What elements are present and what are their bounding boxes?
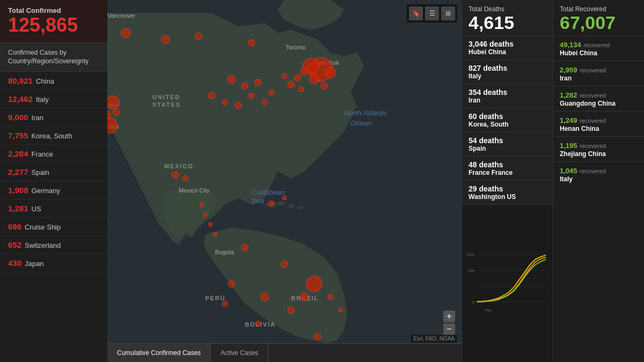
death-item: 827 deathsItaly (462, 60, 553, 84)
deaths-list: 3,046 deathsHubei China827 deathsItaly35… (462, 35, 553, 204)
svg-point-24 (262, 100, 267, 105)
country-item[interactable]: 7,755Korea, South (0, 127, 107, 145)
country-count: 1,281 (8, 204, 28, 213)
country-item[interactable]: 652Switzerland (0, 236, 107, 254)
svg-point-42 (288, 307, 294, 313)
svg-point-40 (301, 293, 309, 301)
mexico-map-label: MÉXICO (164, 163, 194, 169)
tab-active[interactable]: Active Cases (211, 344, 268, 362)
svg-point-35 (268, 201, 274, 206)
death-item: 3,046 deathsHubei China (462, 35, 553, 60)
svg-point-52 (213, 232, 217, 236)
country-item[interactable]: 696Cruise Ship (0, 218, 107, 236)
country-name: Iran (32, 114, 43, 122)
recovered-item: 1,045 recoveredItaly (553, 161, 644, 187)
zoom-out-button[interactable]: − (443, 323, 455, 335)
recovered-list: 49,134 recoveredHubei China2,959 recover… (553, 35, 644, 187)
death-item: 60 deathsKorea, South (462, 108, 553, 132)
death-count: 827 deaths (469, 64, 546, 72)
svg-point-41 (261, 293, 269, 301)
country-item[interactable]: 430Japan (0, 254, 107, 272)
svg-point-5 (298, 206, 304, 209)
country-count: 80,921 (8, 76, 33, 85)
tab-cumulative[interactable]: Cumulative Confirmed Cases (107, 344, 211, 362)
svg-text:50k: 50k (469, 269, 475, 272)
country-name: Italy (36, 95, 49, 104)
country-count: 696 (8, 222, 21, 231)
svg-point-48 (339, 308, 342, 312)
country-name: Japan (25, 260, 43, 268)
death-location: Hubei China (469, 48, 546, 56)
country-item[interactable]: 80,921China (0, 72, 107, 90)
recovered-item: 49,134 recoveredHubei China (553, 35, 644, 61)
country-name: Switzerland (25, 241, 61, 249)
svg-point-23 (249, 93, 254, 99)
death-item: 54 deathsSpain (462, 132, 553, 156)
country-name: France (32, 150, 53, 158)
country-item[interactable]: 2,284France (0, 145, 107, 163)
svg-point-22 (235, 102, 241, 109)
map-area[interactable]: North Atlantic Ocean Caribbean Sea UNITE… (107, 0, 462, 362)
death-location: Spain (469, 145, 546, 152)
svg-point-4 (288, 204, 294, 208)
country-name: Spain (32, 168, 49, 176)
country-list[interactable]: 80,921China12,462Italy9,000Iran7,755Kore… (0, 72, 107, 362)
country-name: Germany (32, 187, 60, 195)
svg-point-12 (298, 86, 304, 92)
list-icon[interactable]: ☰ (425, 6, 439, 20)
death-count: 48 deaths (469, 160, 546, 169)
total-confirmed-label: Total Confirmed (8, 6, 99, 14)
svg-point-13 (310, 75, 319, 84)
country-item[interactable]: 1,908Germany (0, 181, 107, 200)
zoom-in-button[interactable]: + (443, 311, 455, 322)
death-count: 3,046 deaths (469, 40, 546, 48)
recovered-count: 1,282 (560, 91, 577, 99)
svg-point-19 (268, 90, 274, 95)
recovered-count: 1,249 (560, 116, 577, 124)
svg-point-15 (282, 73, 287, 79)
grid-icon[interactable]: ⊞ (441, 6, 455, 20)
deaths-panel: Total Deaths 4,615 3,046 deathsHubei Chi… (462, 0, 553, 362)
svg-point-39 (306, 276, 323, 292)
deaths-header: Total Deaths 4,615 (462, 0, 553, 35)
total-confirmed-box: Total Confirmed 125,865 (0, 0, 107, 43)
svg-point-28 (113, 109, 119, 115)
map-tabs: Cumulative Confirmed Cases Active Cases (107, 343, 462, 362)
svg-point-51 (208, 223, 212, 226)
recovered-location: Zhejiang China (560, 150, 638, 158)
country-item[interactable]: 12,462Italy (0, 90, 107, 108)
death-location: Italy (469, 72, 546, 80)
svg-point-11 (288, 81, 294, 87)
svg-point-9 (301, 68, 309, 76)
country-count: 12,462 (8, 94, 33, 104)
svg-point-34 (182, 175, 188, 181)
svg-point-45 (228, 280, 235, 287)
death-location: Washington US (469, 193, 546, 201)
bookmark-icon[interactable]: 🔖 (409, 6, 423, 20)
death-item: 48 deathsFrance France (462, 156, 553, 180)
us-map-label2: STATES (152, 101, 181, 108)
recovered-location: Italy (560, 175, 638, 183)
recovered-header: Total Recovered 67,007 (553, 0, 644, 35)
death-location: France France (469, 169, 546, 176)
death-location: Iran (469, 97, 546, 104)
recovered-count: 49,134 (560, 41, 581, 49)
recovered-item: 1,282 recoveredGuangdong China (553, 86, 644, 111)
svg-point-36 (282, 196, 286, 200)
svg-point-17 (241, 83, 248, 89)
svg-point-25 (107, 95, 119, 109)
left-panel: Total Confirmed 125,865 Confirmed Cases … (0, 0, 107, 362)
country-name: Cruise Ship (25, 223, 61, 231)
country-name: US (32, 205, 41, 213)
svg-point-16 (228, 75, 236, 83)
svg-point-49 (200, 203, 203, 206)
country-item[interactable]: 9,000Iran (0, 108, 107, 127)
svg-text:0: 0 (472, 300, 474, 304)
death-count: 60 deaths (469, 112, 546, 121)
recovered-location: Hubei China (560, 49, 638, 57)
death-item: 29 deathsWashington US (462, 180, 553, 204)
recovered-location: Guangdong China (560, 100, 638, 107)
svg-point-20 (208, 92, 215, 99)
country-item[interactable]: 1,281US (0, 200, 107, 218)
country-item[interactable]: 2,277Spain (0, 163, 107, 181)
